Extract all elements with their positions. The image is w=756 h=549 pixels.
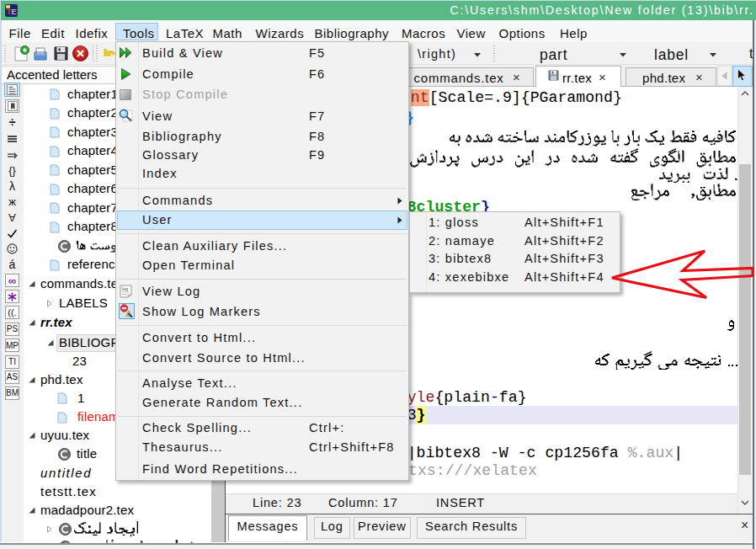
svg-text:log: log (122, 286, 128, 291)
